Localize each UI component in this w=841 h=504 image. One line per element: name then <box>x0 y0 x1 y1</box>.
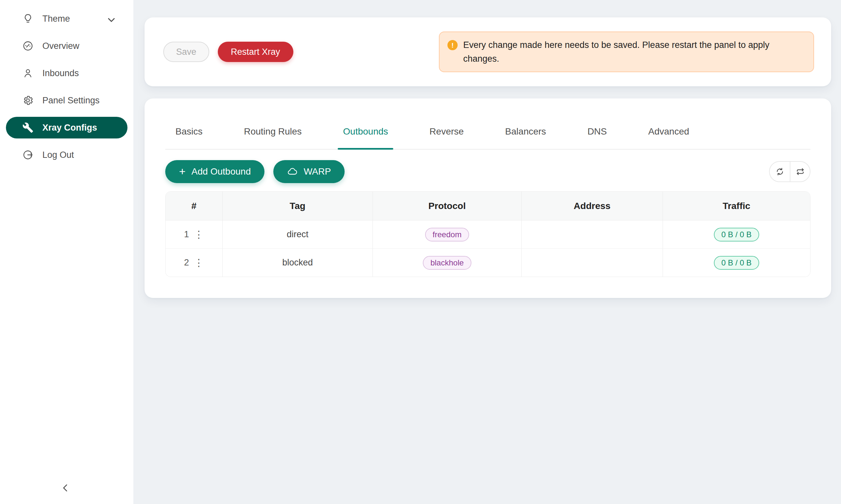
row-menu-icon[interactable]: ⋮ <box>194 230 204 239</box>
app: Theme Overview <box>0 0 841 504</box>
warning-alert-text: Every change made here needs to be saved… <box>463 38 804 66</box>
bulb-icon <box>22 13 34 24</box>
warp-label: WARP <box>304 166 331 177</box>
repeat-icon <box>796 167 805 176</box>
tab-routing-rules[interactable]: Routing Rules <box>244 126 302 149</box>
warning-alert: ! Every change made here needs to be sav… <box>439 32 814 72</box>
sidebar-item-label: Panel Settings <box>42 95 100 106</box>
sidebar: Theme Overview <box>0 0 133 504</box>
sidebar-item-inbounds[interactable]: Inbounds <box>6 62 127 84</box>
row-index: 2 <box>184 257 189 268</box>
cloud-icon <box>287 166 298 177</box>
row-menu-icon[interactable]: ⋮ <box>194 258 204 268</box>
table-tools <box>769 161 810 182</box>
repeat-button[interactable] <box>790 162 810 181</box>
sidebar-item-label: Xray Configs <box>42 123 97 133</box>
gear-icon <box>22 95 34 106</box>
warning-icon: ! <box>447 40 458 50</box>
sidebar-item-label: Theme <box>42 14 70 24</box>
config-tabs: Basics Routing Rules Outbounds Reverse B… <box>165 98 810 150</box>
outbounds-actions: + Add Outbound WARP <box>165 160 810 183</box>
column-header-tag: Tag <box>222 192 373 220</box>
refresh-button[interactable] <box>770 162 790 181</box>
address-cell <box>521 249 663 276</box>
add-outbound-label: Add Outbound <box>191 166 251 177</box>
tab-dns[interactable]: DNS <box>587 126 607 149</box>
column-header-index: # <box>166 192 222 220</box>
row-index: 1 <box>184 229 189 239</box>
column-header-address: Address <box>521 192 663 220</box>
main-content: Save Restart Xray ! Every change made he… <box>133 0 841 504</box>
tag-cell: direct <box>222 220 373 249</box>
sidebar-item-label: Overview <box>42 41 80 51</box>
plus-icon: + <box>179 166 186 177</box>
traffic-badge: 0 B / 0 B <box>714 256 759 270</box>
chevron-down-icon <box>106 15 114 23</box>
sidebar-menu: Theme Overview <box>0 0 133 166</box>
sidebar-item-log-out[interactable]: Log Out <box>6 144 127 166</box>
toolbar-card: Save Restart Xray ! Every change made he… <box>144 17 831 86</box>
address-cell <box>521 220 663 249</box>
sidebar-collapse-button[interactable] <box>58 481 72 495</box>
add-outbound-button[interactable]: + Add Outbound <box>165 160 264 183</box>
outbounds-table: # Tag Protocol Address Traffic 1 ⋮ <box>165 191 810 277</box>
sidebar-item-overview[interactable]: Overview <box>6 35 127 57</box>
warp-button[interactable]: WARP <box>273 160 345 183</box>
tab-outbounds[interactable]: Outbounds <box>343 126 388 149</box>
gauge-icon <box>22 40 34 52</box>
refresh-icon <box>775 167 785 176</box>
table-row: 2 ⋮ blocked blackhole 0 B / 0 B <box>166 249 810 276</box>
sidebar-item-theme[interactable]: Theme <box>6 8 127 30</box>
save-button[interactable]: Save <box>163 42 209 62</box>
traffic-badge: 0 B / 0 B <box>714 228 759 241</box>
tab-basics[interactable]: Basics <box>175 126 202 149</box>
chevron-left-icon <box>60 483 71 493</box>
column-header-protocol: Protocol <box>373 192 521 220</box>
tab-reverse[interactable]: Reverse <box>429 126 464 149</box>
tab-advanced[interactable]: Advanced <box>648 126 689 149</box>
tag-cell: blocked <box>222 249 373 276</box>
person-icon <box>22 68 34 79</box>
xray-config-card: Basics Routing Rules Outbounds Reverse B… <box>144 98 831 298</box>
restart-xray-button[interactable]: Restart Xray <box>218 42 293 62</box>
sidebar-item-label: Log Out <box>42 150 74 160</box>
table-row: 1 ⋮ direct freedom 0 B / 0 B <box>166 220 810 249</box>
sidebar-item-xray-configs[interactable]: Xray Configs <box>6 117 127 139</box>
sidebar-item-panel-settings[interactable]: Panel Settings <box>6 90 127 111</box>
table-header-row: # Tag Protocol Address Traffic <box>166 192 810 220</box>
column-header-traffic: Traffic <box>663 192 810 220</box>
wrench-icon <box>22 122 34 133</box>
tab-balancers[interactable]: Balancers <box>505 126 546 149</box>
sidebar-item-label: Inbounds <box>42 68 79 78</box>
protocol-badge: blackhole <box>423 256 471 270</box>
protocol-badge: freedom <box>425 228 469 241</box>
logout-icon <box>22 149 34 160</box>
